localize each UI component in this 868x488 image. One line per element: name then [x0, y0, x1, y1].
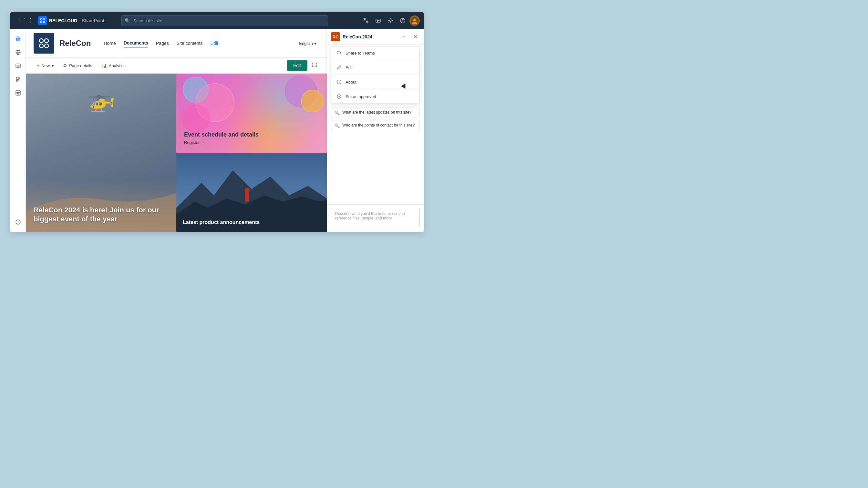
panel-header: RC ReleCon 2024 ··· ✕: [327, 29, 424, 45]
sidebar-icon-globe[interactable]: [12, 46, 24, 58]
page-details-label: Page details: [69, 63, 92, 68]
svg-point-20: [44, 44, 49, 48]
svg-point-5: [390, 20, 391, 22]
svg-rect-11: [18, 40, 19, 41]
svg-point-0: [41, 19, 42, 20]
panel-title: ReleCon 2024: [343, 34, 397, 39]
edit-page-button[interactable]: Edit: [287, 60, 307, 71]
app-name-label: RELECLOUD: [49, 18, 77, 23]
hero-main: 🚁 ReleCon 2024 is here! Join us for our …: [26, 73, 176, 232]
hero-bottom-left: Latest product announcements: [176, 153, 327, 232]
hero-grid: 🚁 ReleCon 2024 is here! Join us for our …: [26, 73, 327, 232]
hero-main-text: ReleCon 2024 is here! Join us for our bi…: [34, 205, 168, 224]
nav-item-pages[interactable]: Pages: [156, 39, 169, 47]
svg-point-26: [339, 81, 339, 82]
sidebar-icon-add[interactable]: [12, 216, 24, 228]
search-suggestion-icon-2: 🔍: [335, 123, 340, 128]
hero-bottom-left-text: Latest product announcements: [183, 220, 259, 225]
waffle-menu-icon[interactable]: ⋮⋮⋮: [14, 15, 35, 26]
user-avatar[interactable]: [409, 15, 420, 26]
page-toolbar: + New ▾ ⚙ Page details 📊 Analytics Edit: [26, 58, 327, 73]
language-button[interactable]: English ▾: [297, 40, 319, 47]
gear-icon: ⚙: [63, 63, 67, 68]
product-announcements-heading: Latest product announcements: [183, 220, 259, 225]
svg-rect-15: [16, 91, 20, 95]
suggestions-area: 🔍 What are the latest updates on this si…: [327, 104, 424, 134]
info-icon: [336, 79, 342, 85]
svg-rect-24: [337, 52, 340, 54]
sidebar-icon-doc[interactable]: [12, 73, 24, 85]
content-area: ReleCon Home Documents Pages Site conten…: [26, 29, 327, 232]
search-suggestion-icon-1: 🔍: [335, 110, 340, 115]
panel-dropdown-menu: Share to Teams Edit: [331, 46, 420, 103]
back-nav-icon[interactable]: [373, 15, 383, 26]
browser-window: ⋮⋮⋮ RELECLOUD SharePoint 🔍: [10, 12, 424, 232]
set-approved-menu-item[interactable]: Set as approved: [331, 90, 420, 103]
svg-point-1: [43, 19, 45, 20]
page-details-button[interactable]: ⚙ Page details: [60, 61, 96, 70]
settings-icon[interactable]: [385, 15, 396, 26]
hero-top-right: Event schedule and details Register →: [176, 73, 327, 153]
prompt-input[interactable]: [331, 208, 420, 227]
panel-app-icon: RC: [331, 32, 340, 41]
site-title: ReleCon: [59, 39, 91, 48]
analytics-button[interactable]: 📊 Analytics: [98, 61, 129, 70]
nav-item-edit[interactable]: Edit: [211, 39, 218, 47]
app-logo: RELECLOUD: [38, 16, 77, 25]
search-bar: 🔍: [121, 15, 328, 26]
plus-icon: +: [37, 63, 39, 68]
event-schedule-heading: Event schedule and details: [184, 131, 259, 138]
sidebar-icon-list[interactable]: [12, 60, 24, 72]
fullscreen-button[interactable]: [310, 60, 319, 71]
hero-main-heading: ReleCon 2024 is here! Join us for our bi…: [34, 205, 168, 224]
svg-rect-22: [245, 192, 249, 202]
prompt-input-area: [327, 204, 424, 232]
analytics-icon: 📊: [101, 63, 107, 68]
suggestion-item-2[interactable]: 🔍 Who are the points of contact for this…: [331, 120, 420, 131]
new-button[interactable]: + New ▾: [34, 61, 57, 70]
svg-point-17: [39, 39, 43, 42]
search-icon: 🔍: [125, 18, 130, 23]
share-to-teams-menu-item[interactable]: Share to Teams: [331, 46, 420, 59]
search-input[interactable]: [121, 15, 328, 26]
set-approved-label: Set as approved: [345, 94, 376, 99]
site-nav-right: English ▾: [297, 40, 319, 47]
edit-menu-item[interactable]: Edit: [331, 61, 420, 74]
hero-top-right-text: Event schedule and details Register →: [184, 131, 259, 145]
sidebar-icon-home[interactable]: [12, 33, 24, 44]
panel-close-button[interactable]: ✕: [411, 32, 420, 41]
nav-item-documents[interactable]: Documents: [124, 39, 148, 47]
svg-point-27: [337, 95, 341, 98]
language-label: English: [299, 41, 313, 46]
analytics-label: Analytics: [109, 63, 126, 68]
svg-point-2: [41, 21, 42, 23]
panel-more-button[interactable]: ···: [399, 32, 408, 41]
site-logo: [34, 33, 54, 54]
nav-item-site-contents[interactable]: Site contents: [177, 39, 203, 47]
check-circle-icon: [336, 93, 342, 100]
suggestion-text-2: Who are the points of contact for this s…: [342, 123, 414, 128]
share-to-teams-label: Share to Teams: [345, 51, 375, 56]
svg-point-3: [43, 21, 45, 23]
nav-item-home[interactable]: Home: [104, 39, 116, 47]
register-link[interactable]: Register →: [184, 140, 259, 145]
svg-point-23: [245, 188, 250, 193]
help-icon[interactable]: [397, 15, 408, 26]
sidebar-icon-table[interactable]: [12, 87, 24, 99]
new-button-label: New: [41, 63, 50, 68]
site-header: ReleCon Home Documents Pages Site conten…: [26, 29, 327, 58]
main-area: ReleCon Home Documents Pages Site conten…: [10, 29, 424, 232]
site-nav: Home Documents Pages Site contents Edit: [104, 39, 218, 47]
edit-menu-label: Edit: [345, 65, 352, 70]
svg-point-18: [44, 39, 49, 42]
nav-actions: [361, 15, 420, 26]
svg-point-19: [39, 44, 43, 48]
top-nav-bar: ⋮⋮⋮ RELECLOUD SharePoint 🔍: [10, 12, 424, 29]
suggestion-item-1[interactable]: 🔍 What are the latest updates on this si…: [331, 107, 420, 118]
drone-image: 🚁: [87, 87, 115, 113]
svg-point-9: [413, 19, 416, 21]
sharepoint-label: SharePoint: [82, 18, 104, 23]
right-panel: RC ReleCon 2024 ··· ✕ Share to Teams: [327, 29, 424, 232]
new-dropdown-icon: ▾: [52, 63, 54, 68]
translate-icon[interactable]: [361, 15, 371, 26]
